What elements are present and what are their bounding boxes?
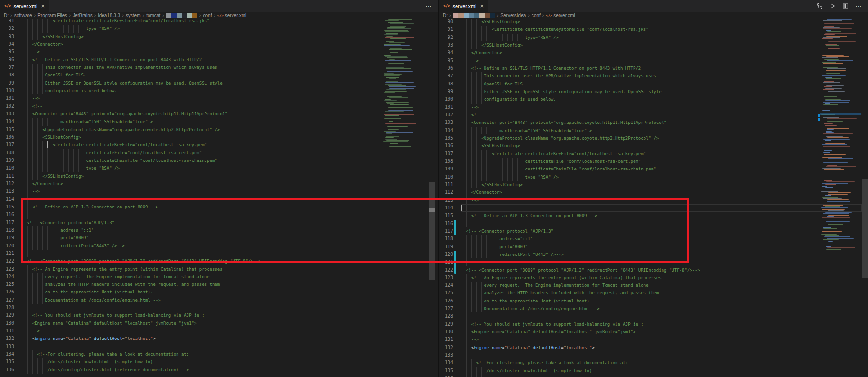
more-actions-icon[interactable]: ⋯	[425, 4, 432, 9]
code-line-108[interactable]: 108certificateFile="conf/localhost-rsa-c…	[439, 158, 868, 165]
breadcrumb-item[interactable]: D:	[443, 13, 448, 18]
code-line-128[interactable]: 128	[439, 312, 868, 320]
breadcrumb-item-file[interactable]: </>server.xml	[546, 13, 575, 18]
code-line-119[interactable]: 119port="8009"	[0, 234, 438, 242]
code-line-122[interactable]: 122<!-- <Connector port="8009" protocol=…	[0, 257, 438, 265]
code-line-101[interactable]: 101-->	[0, 94, 438, 102]
scrollbar-thumb[interactable]	[862, 179, 868, 278]
code-line-99[interactable]: 99Either JSSE or OpenSSL style configura…	[0, 79, 438, 87]
code-line-127[interactable]: 127Documentation at /docs/config/engine.…	[0, 296, 438, 304]
close-icon[interactable]: ×	[480, 3, 484, 9]
code-line-114[interactable]: 114	[0, 196, 438, 203]
code-line-98[interactable]: 98OpenSSL for TLS.	[0, 71, 438, 79]
code-line-107[interactable]: 107<Certificate certificateKeyFile="conf…	[439, 150, 868, 158]
code-line-108[interactable]: 108certificateFile="conf/localhost-rsa-c…	[0, 149, 438, 157]
code-line-127[interactable]: 127Documentation at /docs/config/engine.…	[439, 305, 868, 312]
code-line-118[interactable]: 118address="::1"	[439, 235, 868, 243]
code-line-109[interactable]: 109certificateChainFile="conf/localhost-…	[439, 165, 868, 173]
code-line-111[interactable]: 111</SSLHostConfig>	[0, 172, 438, 180]
code-line-109[interactable]: 109certificateChainFile="conf/localhost-…	[0, 157, 438, 164]
code-line-94[interactable]: 94</Connector>	[0, 40, 438, 48]
code-line-121[interactable]: 121	[439, 258, 868, 266]
code-line-136[interactable]: 136/docs/config/cluster.html (reference …	[0, 366, 438, 374]
code-line-93[interactable]: 93</SSLHostConfig>	[0, 33, 438, 40]
code-line-102[interactable]: 102<!--	[439, 111, 868, 119]
code-line-99[interactable]: 99Either JSSE or OpenSSL style configura…	[439, 88, 868, 95]
editor-group-divider[interactable]	[438, 0, 439, 377]
code-line-132[interactable]: 132<Engine name="Catalina" defaultHost="…	[0, 335, 438, 342]
minimap-left[interactable]	[382, 19, 419, 377]
breadcrumb-item[interactable]: D:	[4, 13, 9, 18]
code-line-132[interactable]: 132<Engine name="Catalina" defaultHost="…	[439, 344, 868, 351]
breadcrumb-item[interactable]: Program Files	[37, 13, 67, 18]
code-line-124[interactable]: 124every request. The Engine implementat…	[439, 282, 868, 289]
breadcrumb-item-file[interactable]: </>server.xml	[217, 13, 246, 18]
code-editor-right[interactable]: 90<SSLHostConfig>91<Certificate certific…	[439, 19, 868, 377]
code-line-133[interactable]: 133	[0, 343, 438, 350]
code-line-111[interactable]: 111</SSLHostConfig>	[439, 181, 868, 188]
vertical-scrollbar-right[interactable]	[862, 19, 868, 377]
code-line-115[interactable]: 115<!-- Define an AJP 1.3 Connector on p…	[439, 212, 868, 219]
code-line-124[interactable]: 124every request. The Engine implementat…	[0, 273, 438, 281]
code-line-113[interactable]: 113-->	[0, 188, 438, 195]
code-line-123[interactable]: 123<!-- An Engine represents the entry p…	[0, 265, 438, 273]
code-line-120[interactable]: 120redirectPort="8443" />-->	[0, 242, 438, 250]
tab-server-xml-left[interactable]: </> server.xml ×	[0, 0, 49, 12]
run-icon[interactable]	[830, 3, 836, 9]
breadcrumb-item[interactable]: conf	[532, 13, 541, 18]
split-editor-icon[interactable]	[842, 3, 849, 9]
breadcrumb-item[interactable]: conf	[203, 13, 212, 18]
scrollbar-thumb[interactable]	[429, 182, 435, 280]
code-line-98[interactable]: 98OpenSSL for TLS.	[439, 80, 868, 88]
code-line-95[interactable]: 95-->	[0, 48, 438, 56]
code-line-96[interactable]: 96<!-- Define an SSL/TLS HTTP/1.1 Connec…	[439, 65, 868, 72]
code-line-116[interactable]: 116	[439, 220, 868, 227]
code-line-92[interactable]: 92type="RSA" />	[439, 34, 868, 41]
vertical-scrollbar-left[interactable]	[429, 19, 435, 377]
breadcrumb-item[interactable]: ServersIdea	[500, 13, 526, 18]
code-line-96[interactable]: 96<!-- Define an SSL/TLS HTTP/1.1 Connec…	[0, 56, 438, 64]
code-line-126[interactable]: 126on to the appropriate Host (virtual h…	[0, 288, 438, 296]
code-line-94[interactable]: 94</Connector>	[439, 49, 868, 57]
code-line-122[interactable]: 122<!-- <Connector port="8009" protocol=…	[439, 266, 868, 274]
code-line-107[interactable]: 107<Certificate certificateKeyFile="conf…	[0, 141, 438, 149]
code-line-105[interactable]: 105<UpgradeProtocol className="org.apach…	[439, 134, 868, 142]
code-line-95[interactable]: 95-->	[439, 57, 868, 65]
code-line-118[interactable]: 118address="::1"	[0, 226, 438, 234]
code-line-125[interactable]: 125analyzes the HTTP headers included wi…	[439, 289, 868, 297]
code-line-131[interactable]: 131-->	[439, 336, 868, 343]
code-line-103[interactable]: 103<Connector port="8443" protocol="org.…	[0, 110, 438, 118]
code-line-97[interactable]: 97This connector uses the APR/native imp…	[0, 64, 438, 71]
code-line-101[interactable]: 101-->	[439, 104, 868, 111]
code-line-134[interactable]: 134<!--For clustering, please take a loo…	[0, 350, 438, 358]
code-line-116[interactable]: 116	[0, 211, 438, 218]
tab-server-xml-right[interactable]: </> server.xml ×	[439, 0, 488, 12]
code-line-100[interactable]: 100configuration is used below.	[439, 95, 868, 103]
code-line-129[interactable]: 129<!-- You should set jvmRoute to suppo…	[0, 311, 438, 319]
code-line-115[interactable]: 115<!-- Define an AJP 1.3 Connector on p…	[0, 203, 438, 211]
code-line-102[interactable]: 102<!--	[0, 103, 438, 110]
code-editor-left[interactable]: 91<Certificate certificateKeystoreFile="…	[0, 19, 438, 377]
open-changes-icon[interactable]	[817, 3, 823, 9]
breadcrumb-redacted-segment[interactable]	[453, 13, 495, 18]
code-line-135[interactable]: 135/docs/cluster-howto.html (simple how …	[439, 367, 868, 375]
breadcrumb-item[interactable]: tomcat	[146, 13, 160, 18]
code-line-131[interactable]: 131-->	[0, 327, 438, 335]
code-line-130[interactable]: 130<Engine name="Catalina" defaultHost="…	[439, 328, 868, 336]
code-line-128[interactable]: 128	[0, 304, 438, 311]
code-line-134[interactable]: 134<!--For clustering, please take a loo…	[439, 359, 868, 367]
code-line-110[interactable]: 110type="RSA" />	[439, 173, 868, 181]
code-line-119[interactable]: 119port="8009"	[439, 243, 868, 251]
code-line-104[interactable]: 104maxThreads="150" SSLEnabled="true" >	[0, 118, 438, 125]
breadcrumb-item[interactable]: software	[14, 13, 32, 18]
code-line-112[interactable]: 112</Connector>	[439, 188, 868, 196]
breadcrumb-item[interactable]: JetBrains	[73, 13, 93, 18]
code-line-129[interactable]: 129<!-- You should set jvmRoute to suppo…	[439, 320, 868, 328]
breadcrumb-item[interactable]: system	[126, 13, 141, 18]
code-line-91[interactable]: 91<Certificate certificateKeystoreFile="…	[439, 26, 868, 33]
code-line-125[interactable]: 125analyzes the HTTP headers included wi…	[0, 281, 438, 288]
code-line-130[interactable]: 130<Engine name="Catalina" defaultHost="…	[0, 320, 438, 327]
more-actions-icon[interactable]: ⋯	[855, 4, 862, 9]
code-line-117[interactable]: 117<!-- <Connector protocol="AJP/1.3"	[439, 227, 868, 235]
code-line-136[interactable]: 136/docs/config/cluster.html (reference …	[439, 375, 868, 377]
